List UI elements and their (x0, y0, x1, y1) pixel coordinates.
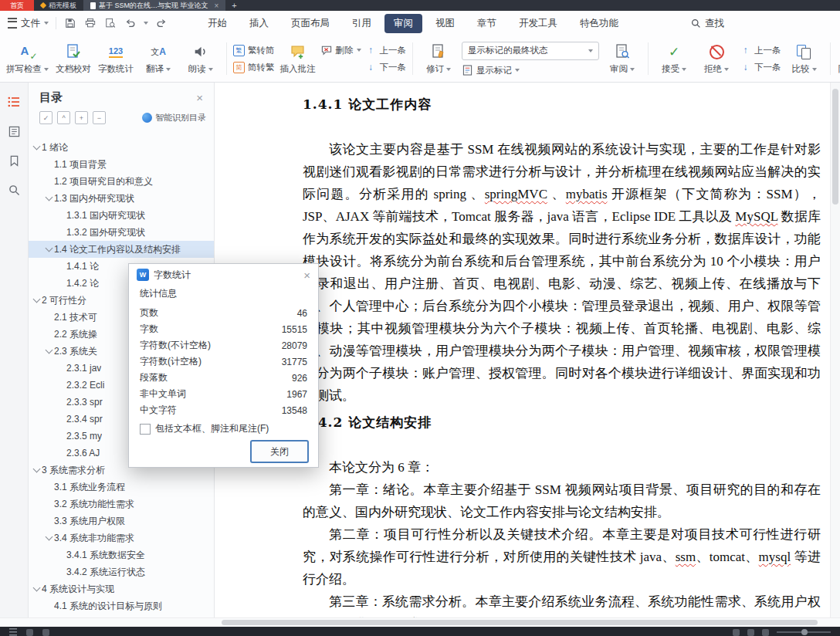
previous-comment-button[interactable]: ↑ 上一条 (365, 45, 407, 56)
vertical-scrollbar-thumb[interactable] (832, 89, 838, 205)
toc-item[interactable]: 3.1 系统业务流程 (29, 479, 214, 496)
toc-collapse-all-icon[interactable]: − (93, 111, 106, 124)
fullscreen-icon[interactable] (762, 629, 769, 636)
vertical-scrollbar[interactable] (830, 83, 840, 617)
menu-tab-6[interactable]: 视图 (426, 14, 464, 33)
toc-item[interactable]: 1.2 项目研究目的和意义 (29, 173, 214, 190)
toc-item[interactable]: 1.3.2 国外研究现状 (29, 224, 214, 241)
new-tab-button[interactable]: + (225, 0, 242, 11)
next-change-button[interactable]: ↓ 下一条 (740, 62, 781, 73)
search-icon (691, 19, 701, 29)
status-page-icon[interactable] (26, 629, 33, 636)
close-icon[interactable]: × (196, 91, 203, 104)
chevron-down-icon (166, 68, 171, 71)
tab-docer[interactable]: 稻壳模板 (34, 0, 83, 11)
include-footnotes-checkbox[interactable]: 包括文本框、脚注和尾注(F) (140, 422, 307, 435)
toc-item[interactable]: 3.4.1 系统数据安全 (29, 546, 214, 563)
view-mode-icon[interactable] (733, 629, 740, 636)
chevron-down-icon[interactable] (46, 533, 53, 541)
delete-comment-button[interactable]: 删除 (321, 45, 361, 56)
track-changes-button[interactable]: 修订 (419, 38, 458, 80)
toc-item[interactable]: 1.4 论文工作内容以及结构安排 (29, 241, 214, 258)
reject-change-button[interactable]: 拒绝 (697, 38, 736, 80)
chevron-down-icon[interactable] (46, 194, 53, 201)
undo-history-chevron-icon[interactable] (144, 22, 148, 25)
menu-tab-2[interactable]: 插入 (240, 14, 278, 33)
menu-tab-7[interactable]: 章节 (468, 14, 506, 33)
zoom-pane-button[interactable] (7, 183, 21, 197)
toc-check-icon[interactable]: ✓ (39, 111, 52, 124)
horizontal-scrollbar-thumb[interactable] (222, 620, 818, 625)
file-menu-button[interactable]: 文件 (8, 17, 49, 30)
checkbox-icon[interactable] (140, 424, 151, 435)
spell-check-button[interactable]: A✓ 拼写检查 (5, 38, 50, 80)
smart-toc-button[interactable]: 智能识别目录 (142, 112, 206, 123)
menu-tab-3[interactable]: 页面布局 (282, 14, 339, 33)
toc-item[interactable]: 3.2 系统功能性需求 (29, 496, 214, 513)
close-tab-icon[interactable]: × (215, 2, 219, 10)
menu-tab-1[interactable]: 开始 (198, 14, 236, 33)
toc-collapse-icon[interactable]: ^ (57, 111, 70, 124)
traditional-to-simplified-button[interactable]: 繁 繁转简 (233, 45, 275, 56)
tab-document[interactable]: 基于 SSM的在线…与实现 毕业论文 × (83, 0, 225, 11)
close-icon[interactable]: × (303, 269, 310, 282)
toc-expand-all-icon[interactable]: + (75, 111, 88, 124)
menu-tab-9[interactable]: 特色功能 (571, 14, 628, 33)
toc-item-label: 2.3.2 Ecli (66, 380, 104, 391)
zoom-slider-knob[interactable] (801, 629, 808, 635)
print-preview-button[interactable] (103, 17, 117, 30)
chevron-down-icon[interactable] (46, 245, 53, 252)
stat-label: 段落数 (140, 371, 168, 384)
status-wordcount-icon[interactable] (42, 629, 49, 636)
toc-item[interactable]: 1.3 国内外研究现状 (29, 190, 214, 207)
next-comment-button[interactable]: ↓ 下一条 (365, 62, 407, 73)
chevron-down-icon[interactable] (46, 347, 53, 354)
bookmark-pane-button[interactable] (7, 154, 21, 167)
dialog-titlebar[interactable]: W 字数统计 × (129, 264, 318, 286)
print-button[interactable] (83, 17, 97, 30)
status-menu-icon[interactable] (9, 628, 17, 636)
chevron-down-icon[interactable] (33, 296, 41, 303)
undo-button[interactable] (124, 17, 137, 30)
comments-pane-button[interactable] (7, 124, 21, 138)
toc-item[interactable]: 4.1 系统的设计目标与原则 (29, 597, 214, 614)
menu-tab-5[interactable]: 审阅 (384, 14, 422, 33)
zoom-slider[interactable] (777, 631, 831, 633)
horizontal-scrollbar[interactable] (0, 617, 840, 627)
read-aloud-button[interactable]: 朗读 (181, 38, 220, 80)
close-dialog-button[interactable]: 关闭 (250, 440, 309, 463)
proofread-button[interactable]: 文档校对 (54, 38, 93, 80)
chevron-down-icon[interactable] (33, 465, 41, 473)
chevron-down-icon[interactable] (33, 584, 41, 592)
outline-pane-button[interactable] (7, 95, 21, 109)
markup-state-select[interactable]: 显示标记的最终状态 (462, 42, 599, 60)
find-button[interactable]: 查找 (691, 17, 724, 30)
toc-item[interactable]: 4 系统设计与实现 (29, 580, 214, 597)
compare-button[interactable]: 比较 (785, 38, 824, 80)
wps-logo-icon: W (137, 269, 149, 281)
insert-comment-button[interactable]: 插入批注 (279, 38, 317, 80)
toc-item[interactable]: 3.3 系统用户权限 (29, 513, 214, 529)
chevron-down-icon[interactable] (33, 143, 41, 151)
toc-item[interactable]: 1.1 项目背景 (29, 156, 214, 173)
menu-tab-4[interactable]: 引用 (343, 14, 381, 33)
menu-tab-8[interactable]: 开发工具 (510, 14, 567, 33)
translate-button[interactable]: 文A 翻译 (139, 38, 178, 80)
tab-home[interactable]: 首页 (0, 0, 34, 11)
redo-button[interactable] (155, 17, 168, 30)
misspelled-word: MySQL (735, 209, 777, 224)
toc-item[interactable]: 1 绪论 (29, 139, 214, 156)
toc-item[interactable]: 1.3.1 国内研究现状 (29, 207, 214, 224)
save-button[interactable] (63, 17, 76, 30)
accept-change-button[interactable]: ✓ 接受 (655, 38, 693, 80)
restrict-editing-button[interactable]: 限制编辑 (837, 38, 840, 80)
simplified-to-traditional-button[interactable]: 简 简转繁 (233, 62, 275, 73)
previous-change-button[interactable]: ↑ 上一条 (740, 45, 781, 56)
layout-mode-icon[interactable] (747, 629, 754, 636)
toc-item[interactable]: 3.4 系统非功能需求 (29, 529, 214, 546)
review-button[interactable]: 审阅 (603, 38, 642, 80)
word-count-button[interactable]: 123 字数统计 (97, 38, 135, 80)
show-markup-button[interactable]: 显示标记 (462, 65, 599, 76)
arrow-down-icon: ↓ (743, 62, 748, 73)
toc-item[interactable]: 3.4.2 系统运行状态 (29, 563, 214, 580)
